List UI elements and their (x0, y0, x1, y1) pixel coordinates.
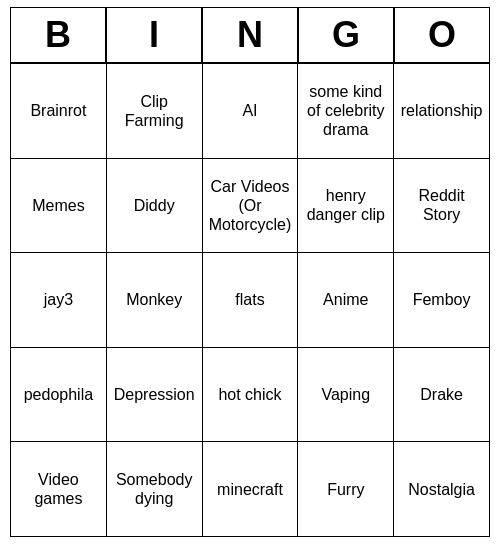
cell-text: Drake (420, 385, 463, 404)
cell-text: henry danger clip (302, 186, 389, 224)
cell-text: jay3 (44, 290, 73, 309)
bingo-cell: Clip Farming (107, 64, 203, 159)
cell-text: relationship (401, 101, 483, 120)
cell-text: Memes (32, 196, 84, 215)
bingo-cell: Monkey (107, 253, 203, 348)
bingo-cell: Furry (298, 442, 394, 537)
bingo-cell: Nostalgia (394, 442, 490, 537)
bingo-cell: pedophila (11, 348, 107, 443)
bingo-card: BINGO BrainrotClip FarmingAIsome kind of… (10, 7, 490, 537)
bingo-cell: henry danger clip (298, 159, 394, 254)
cell-text: Clip Farming (111, 92, 198, 130)
header-letter: O (394, 7, 490, 63)
cell-text: some kind of celebrity drama (302, 82, 389, 140)
bingo-cell: minecraft (203, 442, 299, 537)
bingo-cell: Somebody dying (107, 442, 203, 537)
header-letter: B (10, 7, 106, 63)
bingo-grid: BrainrotClip FarmingAIsome kind of celeb… (10, 63, 490, 537)
cell-text: Vaping (321, 385, 370, 404)
header-letter: G (298, 7, 394, 63)
cell-text: hot chick (218, 385, 281, 404)
cell-text: Brainrot (30, 101, 86, 120)
bingo-cell: Vaping (298, 348, 394, 443)
bingo-cell: Depression (107, 348, 203, 443)
bingo-cell: Video games (11, 442, 107, 537)
bingo-cell: flats (203, 253, 299, 348)
cell-text: Car Videos (Or Motorcycle) (207, 177, 294, 235)
header-letter: N (202, 7, 298, 63)
bingo-cell: jay3 (11, 253, 107, 348)
bingo-cell: Car Videos (Or Motorcycle) (203, 159, 299, 254)
cell-text: Reddit Story (398, 186, 485, 224)
bingo-cell: Memes (11, 159, 107, 254)
bingo-cell: AI (203, 64, 299, 159)
cell-text: Diddy (134, 196, 175, 215)
cell-text: Nostalgia (408, 480, 475, 499)
bingo-cell: Drake (394, 348, 490, 443)
bingo-cell: Diddy (107, 159, 203, 254)
bingo-cell: hot chick (203, 348, 299, 443)
cell-text: Video games (15, 470, 102, 508)
cell-text: minecraft (217, 480, 283, 499)
cell-text: AI (242, 101, 257, 120)
bingo-cell: Reddit Story (394, 159, 490, 254)
cell-text: Femboy (413, 290, 471, 309)
cell-text: Anime (323, 290, 368, 309)
header-letter: I (106, 7, 202, 63)
bingo-cell: Femboy (394, 253, 490, 348)
cell-text: Monkey (126, 290, 182, 309)
bingo-header: BINGO (10, 7, 490, 63)
cell-text: Furry (327, 480, 364, 499)
bingo-cell: Brainrot (11, 64, 107, 159)
cell-text: flats (235, 290, 264, 309)
bingo-cell: some kind of celebrity drama (298, 64, 394, 159)
cell-text: Somebody dying (111, 470, 198, 508)
bingo-cell: relationship (394, 64, 490, 159)
cell-text: Depression (114, 385, 195, 404)
bingo-cell: Anime (298, 253, 394, 348)
cell-text: pedophila (24, 385, 93, 404)
